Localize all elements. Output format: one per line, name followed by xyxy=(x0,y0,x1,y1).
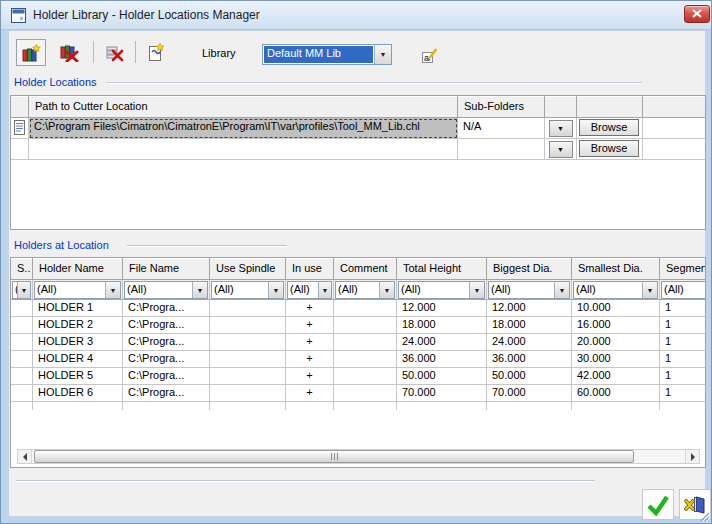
segments-cell[interactable]: 1 xyxy=(660,300,706,317)
smallest-dia-cell[interactable]: 30.000 xyxy=(572,351,660,368)
delete-location-button[interactable] xyxy=(99,39,129,66)
holder-row[interactable]: HOLDER 3 C:\Progra... + 24.000 24.000 20… xyxy=(11,334,705,351)
total-height-cell[interactable]: 18.000 xyxy=(397,317,487,334)
library-select[interactable]: Default MM Lib ▼ xyxy=(262,44,392,65)
biggest-dia-cell[interactable]: 70.000 xyxy=(487,385,572,402)
filter-dropdown-button[interactable]: ▼ xyxy=(268,282,283,298)
filter-holder-name[interactable]: (All)▼ xyxy=(34,281,121,299)
scroll-right-button[interactable] xyxy=(685,450,699,463)
filter-comment[interactable]: (All)▼ xyxy=(335,281,395,299)
total-height-cell[interactable]: 12.000 xyxy=(397,300,487,317)
smallest-dia-cell[interactable]: 16.000 xyxy=(572,317,660,334)
file-name-cell[interactable]: C:\Progra... xyxy=(123,368,210,385)
holder-row[interactable]: HOLDER 6 C:\Progra... + 70.000 70.000 60… xyxy=(11,385,705,402)
use-spindle-cell[interactable] xyxy=(210,334,286,351)
location-row-empty[interactable]: ▼ Browse xyxy=(11,139,705,160)
segments-cell[interactable]: 1 xyxy=(660,334,706,351)
filter-dropdown-button[interactable]: ▼ xyxy=(17,282,30,298)
scroll-left-button[interactable] xyxy=(18,450,32,463)
use-spindle-cell[interactable] xyxy=(210,385,286,402)
holder-name-cell[interactable]: HOLDER 4 xyxy=(33,351,123,368)
in-use-cell[interactable]: + xyxy=(286,300,334,317)
subfolders-value[interactable]: N/A xyxy=(458,118,545,139)
filter-use-spindle[interactable]: (All)▼ xyxy=(211,281,284,299)
smallest-dia-cell[interactable]: 20.000 xyxy=(572,334,660,351)
total-height-cell[interactable]: 50.000 xyxy=(397,368,487,385)
biggest-dia-cell[interactable]: 50.000 xyxy=(487,368,572,385)
delete-library-button[interactable] xyxy=(54,39,84,66)
in-use-cell[interactable]: + xyxy=(286,385,334,402)
in-use-cell[interactable]: + xyxy=(286,317,334,334)
total-height-cell[interactable]: 24.000 xyxy=(397,334,487,351)
comment-cell[interactable] xyxy=(334,300,397,317)
holder-name-cell[interactable]: HOLDER 1 xyxy=(33,300,123,317)
resize-grip[interactable] xyxy=(698,510,710,522)
new-library-button[interactable] xyxy=(16,39,46,66)
subfolders-value-empty[interactable] xyxy=(458,139,545,160)
cutter-location-path-empty[interactable] xyxy=(29,139,458,160)
filter-dropdown-button[interactable]: ▼ xyxy=(379,282,394,298)
filter-biggest-dia[interactable]: (All)▼ xyxy=(488,281,570,299)
holder-name-cell[interactable]: HOLDER 2 xyxy=(33,317,123,334)
comment-cell[interactable] xyxy=(334,368,397,385)
in-use-cell[interactable]: + xyxy=(286,368,334,385)
filter-dropdown-button[interactable]: ▼ xyxy=(554,282,569,298)
cutter-location-path[interactable]: C:\Program Files\Cimatron\CimatronE\Prog… xyxy=(29,118,458,139)
use-spindle-cell[interactable] xyxy=(210,300,286,317)
holder-row[interactable]: HOLDER 5 C:\Progra... + 50.000 50.000 42… xyxy=(11,368,705,385)
row-selector-cell[interactable] xyxy=(11,317,33,334)
holder-name-cell[interactable]: HOLDER 6 xyxy=(33,385,123,402)
biggest-dia-cell[interactable]: 36.000 xyxy=(487,351,572,368)
biggest-dia-cell[interactable]: 24.000 xyxy=(487,334,572,351)
filter-dropdown-button[interactable]: ▼ xyxy=(642,282,657,298)
row-selector-cell[interactable] xyxy=(11,300,33,317)
filter-s[interactable]: (All)▼ xyxy=(12,281,31,299)
filter-smallest-dia[interactable]: (All)▼ xyxy=(573,281,658,299)
close-button[interactable] xyxy=(684,5,710,23)
filter-dropdown-button[interactable]: ▼ xyxy=(469,282,484,298)
browse-button[interactable]: Browse xyxy=(579,119,639,136)
in-use-cell[interactable]: + xyxy=(286,351,334,368)
ok-button[interactable] xyxy=(642,489,674,520)
row-selector-cell[interactable] xyxy=(11,368,33,385)
segments-cell[interactable]: 1 xyxy=(660,385,706,402)
filter-dropdown-button[interactable]: ▼ xyxy=(105,282,120,298)
file-name-cell[interactable]: C:\Progra... xyxy=(123,334,210,351)
row-selector-cell[interactable] xyxy=(11,351,33,368)
smallest-dia-cell[interactable]: 10.000 xyxy=(572,300,660,317)
title-bar[interactable]: Holder Library - Holder Locations Manage… xyxy=(1,1,711,30)
library-dropdown-button[interactable]: ▼ xyxy=(374,45,391,64)
scrollbar-thumb[interactable] xyxy=(34,450,634,463)
browse-button[interactable]: Browse xyxy=(579,140,639,157)
horizontal-scrollbar[interactable] xyxy=(17,449,700,464)
filter-dropdown-button[interactable]: ▼ xyxy=(192,282,207,298)
file-name-cell[interactable]: C:\Progra... xyxy=(123,351,210,368)
total-height-cell[interactable]: 70.000 xyxy=(397,385,487,402)
row-selector-cell[interactable] xyxy=(11,334,33,351)
comment-cell[interactable] xyxy=(334,385,397,402)
comment-cell[interactable] xyxy=(334,351,397,368)
comment-cell[interactable] xyxy=(334,317,397,334)
filter-total-height[interactable]: (All)▼ xyxy=(398,281,485,299)
filter-in-use[interactable]: (All)▼ xyxy=(287,281,332,299)
filter-file-name[interactable]: (All)▼ xyxy=(124,281,208,299)
holder-name-cell[interactable]: HOLDER 5 xyxy=(33,368,123,385)
filter-segments[interactable]: (All)▼ xyxy=(661,281,706,299)
holder-name-cell[interactable]: HOLDER 3 xyxy=(33,334,123,351)
subfolders-dropdown-button[interactable]: ▼ xyxy=(549,141,573,158)
file-name-cell[interactable]: C:\Progra... xyxy=(123,300,210,317)
filter-dropdown-button[interactable]: ▼ xyxy=(318,282,331,298)
comment-cell[interactable] xyxy=(334,334,397,351)
file-name-cell[interactable]: C:\Progra... xyxy=(123,385,210,402)
smallest-dia-cell[interactable]: 42.000 xyxy=(572,368,660,385)
segments-cell[interactable]: 1 xyxy=(660,317,706,334)
segments-cell[interactable]: 1 xyxy=(660,351,706,368)
holder-row[interactable]: HOLDER 2 C:\Progra... + 18.000 18.000 16… xyxy=(11,317,705,334)
in-use-cell[interactable]: + xyxy=(286,334,334,351)
biggest-dia-cell[interactable]: 18.000 xyxy=(487,317,572,334)
subfolders-dropdown-button[interactable]: ▼ xyxy=(549,120,573,137)
row-selector-cell[interactable] xyxy=(11,385,33,402)
location-row[interactable]: C:\Program Files\Cimatron\CimatronE\Prog… xyxy=(11,118,705,139)
segments-cell[interactable]: 1 xyxy=(660,368,706,385)
rename-library-button[interactable]: a xyxy=(415,42,445,69)
